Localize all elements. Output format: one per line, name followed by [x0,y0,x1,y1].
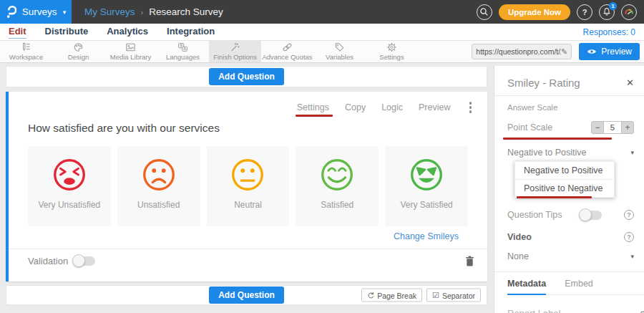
unsatisfied-smiley-icon [140,155,178,194]
toolbar-item-languages[interactable]: A Languages [157,41,209,62]
point-scale-row: Point Scale − 5 + [507,121,634,134]
help-button[interactable]: ? [577,4,592,20]
delete-question-button[interactable] [465,256,474,266]
red-annotation-point-scale [503,138,612,140]
notification-count-badge: 1 [609,2,617,10]
toolbar-item-variables[interactable]: Variables [313,41,366,62]
separator-label: Separator [442,291,475,299]
question-card: Settings Copy Logic Preview How satisfie… [6,92,487,281]
tab-metadata[interactable]: Metadata [507,279,546,295]
breadcrumb-my-surveys[interactable]: My Surveys [84,6,135,17]
question-tips-help-icon[interactable]: ? [624,210,634,220]
decrease-scale-button[interactable]: − [591,121,604,134]
question-tab-copy[interactable]: Copy [345,102,366,112]
toolbar-item-label: Languages [166,53,200,61]
breadcrumb-current-survey: Research Survey [149,6,223,17]
question-tips-label: Question Tips [507,210,562,220]
search-button[interactable] [477,4,492,20]
question-title[interactable]: How satisfied are you with our services [28,122,487,135]
question-mark-icon: ? [582,8,587,16]
product-switcher[interactable]: Surveys ▾ [0,0,72,24]
survey-url-input[interactable] [476,47,561,56]
tab-analytics[interactable]: Analytics [107,26,148,38]
add-question-bar-top: Add Question [6,66,487,87]
change-smileys-link[interactable]: Change Smileys [9,231,459,241]
validation-toggle[interactable] [74,256,95,266]
toolbar-item-finish-options[interactable]: Finish Options [209,41,261,62]
report-label-input[interactable] [507,306,633,313]
translate-icon: A [177,42,188,52]
magic-wand-icon [230,42,240,52]
chevron-down-icon: ▾ [63,9,67,16]
survey-url-field[interactable]: ✎ [472,44,572,59]
tab-embed[interactable]: Embed [565,279,593,294]
smiley-option-satisfied[interactable]: Satisfied [296,146,379,226]
increase-scale-button[interactable]: + [621,121,634,134]
tag-icon [334,42,345,52]
gear-icon [386,42,397,52]
smiley-scale: Very Unsatisfied Unsatisfied [28,146,468,226]
chevron-down-icon: ▾ [630,149,634,156]
option-positive-to-negative[interactable]: Positive to Negative [515,180,614,197]
upgrade-now-button[interactable]: Upgrade Now [499,4,570,20]
preview-button[interactable]: Preview [579,43,640,60]
svg-text:A: A [183,47,186,51]
video-help-icon[interactable]: ? [624,232,634,242]
satisfied-smiley-icon [318,155,356,194]
add-question-button-bottom[interactable]: Add Question [209,286,284,304]
question-more-menu[interactable] [467,100,475,115]
separator-button[interactable]: ☑ Separator [426,289,481,302]
panel-title: Smiley - Rating [507,77,580,89]
direction-select[interactable]: Negative to Positive ▾ [507,148,634,158]
edit-url-pencil-icon[interactable]: ✎ [561,47,567,57]
video-label: Video [507,232,532,242]
top-navigation-bar: Surveys ▾ My Surveys › Research Survey U… [0,0,644,24]
questionpro-app: Surveys ▾ My Surveys › Research Survey U… [0,0,644,313]
questionpro-logo-icon [6,5,16,19]
chain-link-icon [282,42,293,52]
question-tabs: Settings Copy Logic Preview [9,92,487,115]
toolbar-item-advance-quotas[interactable]: Advance Quotas [261,41,313,62]
toolbar-item-media-library[interactable]: Media Library [104,41,157,62]
question-tab-logic[interactable]: Logic [381,102,403,112]
toolbar-item-workspace[interactable]: Workspace [0,41,52,62]
question-tips-toggle[interactable] [580,211,602,220]
validation-label: Validation [28,256,68,266]
smiley-option-very-satisfied[interactable]: Very Satisfied [385,146,468,226]
toolbar-item-label: Workspace [9,53,43,61]
toolbar-item-label: Media Library [110,53,152,61]
trash-icon [465,256,474,266]
question-tab-settings[interactable]: Settings [297,102,329,112]
panel-header: Smiley - Rating ✕ [494,66,644,95]
toolbar-item-settings[interactable]: Settings [366,41,418,62]
add-question-bar-bottom: Add Question Page Break ☑ Separator [6,285,487,305]
toolbar-item-label: Variables [326,53,353,61]
toggle-knob [579,208,592,221]
option-negative-to-positive[interactable]: Negative to Positive [515,162,614,180]
responses-count[interactable]: Responses: 0 [583,27,635,37]
video-select[interactable]: None ▾ [507,251,634,261]
smiley-option-very-unsatisfied[interactable]: Very Unsatisfied [28,146,111,226]
product-menu-label: Surveys [22,6,57,17]
smiley-label: Neutral [234,200,262,210]
breadcrumb: My Surveys › Research Survey [84,6,223,17]
very-unsatisfied-smiley-icon [50,155,89,194]
editor-toolbar: Workspace Design Media Library A Languag… [0,41,644,63]
account-avatar[interactable] [621,4,637,20]
notifications-button[interactable]: 1 [599,4,615,20]
toolbar-item-design[interactable]: Design [52,41,104,62]
smiley-option-neutral[interactable]: Neutral [207,146,290,226]
profile-gauge-icon [624,7,634,17]
neutral-smiley-icon [228,155,267,194]
point-scale-value: 5 [604,121,621,134]
tab-integration[interactable]: Integration [167,26,215,38]
panel-tabs: Metadata Embed [507,272,644,295]
question-tab-preview[interactable]: Preview [419,102,450,112]
add-question-button-top[interactable]: Add Question [209,68,284,85]
smiley-option-unsatisfied[interactable]: Unsatisfied [117,146,200,226]
tab-distribute[interactable]: Distribute [45,26,89,38]
tab-edit[interactable]: Edit [9,26,26,39]
expand-edit-button[interactable] [640,310,644,313]
page-break-button[interactable]: Page Break [361,289,422,302]
close-panel-button[interactable]: ✕ [626,77,634,88]
